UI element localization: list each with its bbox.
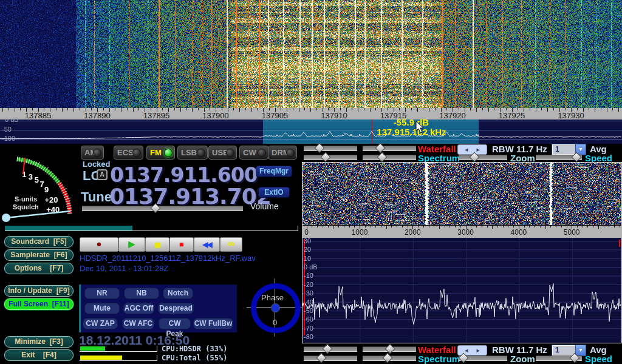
avg-dropdown[interactable]: 1▾ bbox=[552, 144, 586, 155]
mode-led-icon bbox=[93, 149, 101, 157]
frequency-tick bbox=[328, 226, 329, 228]
waterfall-contrast-slider[interactable] bbox=[304, 146, 357, 151]
spectrum-contrast-slider[interactable] bbox=[304, 155, 357, 160]
waterfall-contrast-slider-thumb[interactable] bbox=[315, 143, 325, 153]
frequency-tick-label: 4000 bbox=[497, 228, 540, 237]
rewind-button[interactable]: ◀◀ bbox=[194, 237, 220, 252]
mode-button-cw[interactable]: CW bbox=[239, 146, 268, 160]
freqmgr-button[interactable]: FreqMgr bbox=[256, 166, 292, 177]
scroll-right-icon[interactable]: ▸ bbox=[477, 346, 480, 354]
squelch-level-track[interactable] bbox=[5, 226, 298, 231]
frequency-tick bbox=[408, 226, 408, 228]
frequency-tick bbox=[338, 226, 339, 228]
exit-button[interactable]: Exit [F4] bbox=[4, 349, 73, 361]
waterfall-brightness-slider-thumb[interactable] bbox=[385, 344, 395, 354]
play-button[interactable]: ▶ bbox=[118, 237, 145, 252]
mode-button-lsb[interactable]: LSB bbox=[177, 146, 208, 160]
mode-button-fm[interactable]: FM bbox=[146, 146, 175, 160]
tune-frequency-display[interactable]: 0137.913.702 bbox=[109, 184, 271, 209]
frequency-tick-label: 137905 bbox=[254, 111, 296, 120]
frequency-tick bbox=[222, 108, 222, 110]
info-update-button[interactable]: Info / Update [F9] bbox=[4, 285, 73, 297]
play-icon: ▶ bbox=[129, 239, 135, 249]
frequency-tick bbox=[550, 226, 551, 228]
frequency-tick bbox=[397, 226, 397, 228]
full-screen-button[interactable]: Full Screen [F11] bbox=[4, 298, 73, 310]
record-button[interactable]: ● bbox=[80, 237, 118, 252]
volume-slider[interactable] bbox=[82, 206, 243, 211]
frequency-tick bbox=[601, 108, 601, 110]
mode-button-am[interactable]: AM bbox=[81, 146, 104, 160]
zoom-slider[interactable] bbox=[459, 155, 507, 160]
scroll-right-icon[interactable]: ▸ bbox=[477, 146, 480, 153]
mode-button-usb[interactable]: USB bbox=[208, 146, 237, 160]
minimize-button[interactable]: Minimize [F3] bbox=[4, 336, 73, 348]
frequency-tick bbox=[518, 108, 518, 110]
spectrum-brightness-slider[interactable] bbox=[363, 155, 416, 160]
agc-button[interactable]: AGC Off bbox=[123, 303, 154, 314]
cw-afc-button[interactable]: CW AFC bbox=[122, 318, 154, 329]
zoom-spectrum-display[interactable] bbox=[302, 238, 621, 343]
zoom-db-label: 20 bbox=[304, 246, 311, 253]
zoom-waterfall-display[interactable] bbox=[302, 163, 621, 225]
mode-button-drm[interactable]: DRM bbox=[268, 146, 297, 160]
rewind-icon: ◀◀ bbox=[202, 240, 211, 249]
waterfall-brightness-slider[interactable] bbox=[363, 146, 416, 151]
waterfall-brightness-slider[interactable] bbox=[363, 346, 416, 352]
extio-button[interactable]: ExtIO bbox=[258, 187, 290, 198]
scroll-left-icon[interactable]: ◂ bbox=[465, 346, 468, 354]
main-waterfall-display[interactable] bbox=[0, 0, 622, 108]
speed-slider[interactable] bbox=[536, 356, 582, 361]
mode-button-ecss[interactable]: ECSS bbox=[114, 146, 143, 160]
loop-button[interactable]: ∞ bbox=[220, 237, 242, 252]
main-spectrum-display[interactable] bbox=[0, 120, 622, 144]
lo-auto-badge[interactable]: A bbox=[97, 169, 108, 180]
soundcard-button[interactable]: Soundcard [F5] bbox=[4, 236, 73, 248]
spectrum-brightness-slider[interactable] bbox=[363, 356, 416, 361]
frequency-tick bbox=[281, 108, 281, 110]
zoom-slider[interactable] bbox=[459, 356, 507, 361]
zoom-frequency-scale[interactable]: 010002000300040005000 bbox=[302, 226, 622, 238]
speed-slider[interactable] bbox=[536, 155, 582, 160]
frequency-tick bbox=[494, 108, 494, 110]
avg-dropdown[interactable]: 1▾ bbox=[552, 345, 586, 356]
spectrum-brightness-slider-thumb[interactable] bbox=[377, 152, 388, 163]
cw-zap-button[interactable]: CW ZAP bbox=[83, 318, 118, 329]
spectrum-contrast-slider[interactable] bbox=[304, 356, 357, 361]
frequency-tick bbox=[593, 226, 593, 228]
spectrum-contrast-slider-thumb[interactable] bbox=[321, 152, 331, 163]
frequency-tick bbox=[174, 108, 175, 110]
waterfall-contrast-slider-thumb[interactable] bbox=[323, 344, 333, 354]
cw-peak-button[interactable]: CW Peak bbox=[159, 318, 191, 329]
nb-button[interactable]: NB bbox=[124, 288, 159, 299]
frequency-tick bbox=[418, 226, 419, 228]
options-button[interactable]: Options [F7] bbox=[4, 263, 73, 274]
nr-button[interactable]: NR bbox=[84, 288, 120, 299]
samplerate-button[interactable]: Samplerate [F6] bbox=[4, 249, 73, 261]
stop-button[interactable]: ■ bbox=[169, 237, 194, 252]
mode-led-icon bbox=[226, 149, 234, 157]
despread-button[interactable]: Despread bbox=[158, 303, 194, 314]
frequency-tick bbox=[553, 108, 554, 110]
s-meter-gauge[interactable] bbox=[0, 146, 79, 224]
notch-button[interactable]: Notch bbox=[163, 288, 193, 299]
zoom-db-label: -10 bbox=[304, 272, 313, 279]
waterfall-contrast-slider[interactable] bbox=[304, 346, 357, 352]
spectrum-brightness-slider-thumb[interactable] bbox=[383, 353, 393, 363]
cw-fullbw-button[interactable]: CW FullBw bbox=[193, 318, 233, 329]
pause-button[interactable]: ▮▮ bbox=[145, 237, 169, 252]
frequency-tick bbox=[133, 108, 134, 112]
spectrum-contrast-slider-thumb[interactable] bbox=[316, 353, 327, 363]
locked-indicator: Locked bbox=[83, 160, 111, 169]
frequency-tick bbox=[354, 226, 355, 228]
smeter-units-caption: S-units bbox=[15, 195, 37, 203]
scroll-left-icon[interactable]: ◂ bbox=[465, 146, 468, 153]
frequency-tick bbox=[73, 108, 74, 112]
frequency-tick-label: 137900 bbox=[194, 111, 237, 120]
waterfall-brightness-slider-thumb[interactable] bbox=[375, 143, 386, 153]
chevron-down-icon[interactable]: ▾ bbox=[575, 345, 586, 356]
frequency-tick bbox=[545, 226, 546, 229]
frequency-tick bbox=[103, 108, 104, 110]
frequency-tick bbox=[598, 226, 599, 229]
mute-button[interactable]: Mute bbox=[84, 303, 120, 314]
